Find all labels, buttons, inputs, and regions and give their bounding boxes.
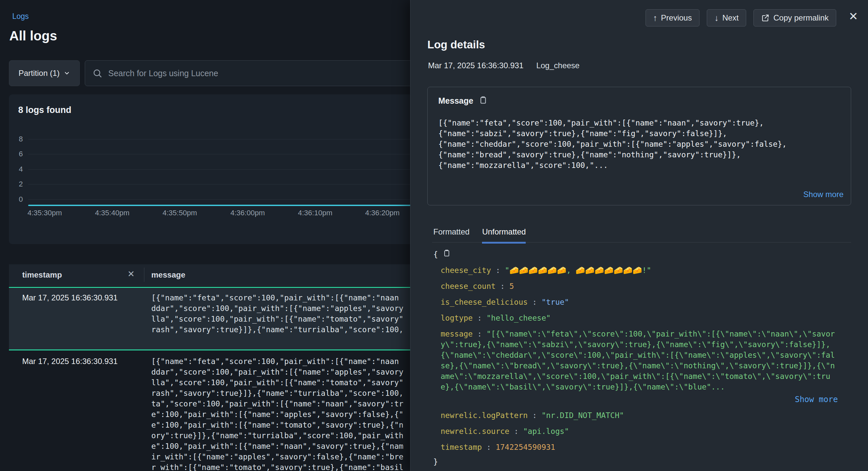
copy-message-icon[interactable] [479,96,487,106]
breadcrumb-logs[interactable]: Logs [12,12,29,21]
details-title: Log details [427,38,485,51]
partition-dropdown[interactable]: Partition (1) [9,60,80,86]
x-axis-tick: 4:36:00pm [216,209,279,217]
arrow-up-icon: ↑ [653,13,657,22]
partition-label: Partition (1) [19,68,60,78]
y-axis-tick: 2 [9,180,23,188]
column-header-timestamp[interactable]: timestamp [22,270,62,279]
y-axis-tick: 6 [9,150,23,158]
x-axis-tick: 4:35:30pm [13,209,76,217]
y-axis-tick: 0 [9,195,23,204]
chevron-down-icon [64,70,70,77]
message-card: Message [{"name":"feta","score":100,"pai… [427,87,851,205]
log-timestamp-cell: Mar 17, 2025 16:36:30.931 [22,293,118,302]
json-field-cheese-city: cheese_city : "🧀🧀🧀🧀🧀🧀, 🧀🧀🧀🧀🧀🧀🧀!" [441,265,838,275]
column-divider [144,268,144,282]
copy-json-icon[interactable] [443,249,451,260]
x-axis-tick: 4:36:20pm [351,209,414,217]
previous-label: Previous [661,13,692,23]
column-header-message[interactable]: message [151,270,185,279]
log-timestamp-cell: Mar 17, 2025 16:36:30.931 [22,357,118,366]
page-title: All logs [9,28,57,43]
panel-actions: ↑ Previous ↓ Next Copy permalink [646,9,836,27]
details-tabs: Formatted Unformatted [433,227,526,243]
log-details-panel: ↑ Previous ↓ Next Copy permalink ✕ Log d… [410,0,868,471]
json-field-newrelic-source: newrelic.source : "api.logs" [441,426,838,437]
tab-unformatted[interactable]: Unformatted [482,227,526,243]
tabs-divider [432,242,851,242]
json-tree: { cheese_city : "🧀🧀🧀🧀🧀🧀, 🧀🧀🧀🧀🧀🧀🧀!" chees… [433,249,838,467]
json-field-newrelic-logpattern: newrelic.logPattern : "nr.DID_NOT_MATCH" [441,410,838,421]
json-field-message: message : "[{\"name\":\"feta\",\"score\"… [441,329,838,392]
tab-formatted[interactable]: Formatted [433,227,469,243]
logs-found-count: 8 logs found [18,105,71,115]
json-field-timestamp: timestamp : 1742254590931 [441,442,838,452]
copy-permalink-label: Copy permalink [773,13,829,23]
copy-permalink-button[interactable]: Copy permalink [753,9,836,27]
details-meta: Mar 17, 2025 16:36:30.931 Log_cheese [428,61,580,70]
next-log-button[interactable]: ↓ Next [707,9,746,27]
json-open-brace: { [433,249,438,260]
json-message-show-more-link[interactable]: Show more [795,395,838,404]
details-timestamp: Mar 17, 2025 16:36:30.931 [428,61,523,70]
search-icon [92,68,102,78]
x-axis-tick: 4:35:50pm [148,209,211,217]
details-log-name: Log_cheese [536,61,580,70]
y-axis-tick: 8 [9,135,23,143]
json-field-cheese-count: cheese_count : 5 [441,281,838,292]
close-panel-icon[interactable]: ✕ [849,10,859,22]
y-axis-tick: 4 [9,165,23,174]
message-show-more-link[interactable]: Show more [803,190,843,199]
json-field-logtype: logtype : "hello_cheese" [441,313,838,323]
json-close-brace: } [433,457,438,467]
json-field-is-cheese-delicious: is_cheese_delicious : "true" [441,297,838,307]
arrow-down-icon: ↓ [714,13,719,22]
x-axis-tick: 4:35:40pm [81,209,144,217]
remove-timestamp-column-icon[interactable]: ✕ [127,269,135,279]
previous-log-button[interactable]: ↑ Previous [646,9,700,27]
next-label: Next [722,13,739,23]
message-card-content: [{"name":"feta","score":100,"pair_with":… [438,118,841,171]
message-card-title: Message [438,96,473,106]
permalink-icon [761,13,770,22]
logs-app: Logs All logs Partition (1) 8 logs found… [0,0,868,471]
x-axis-tick: 4:36:10pm [284,209,347,217]
